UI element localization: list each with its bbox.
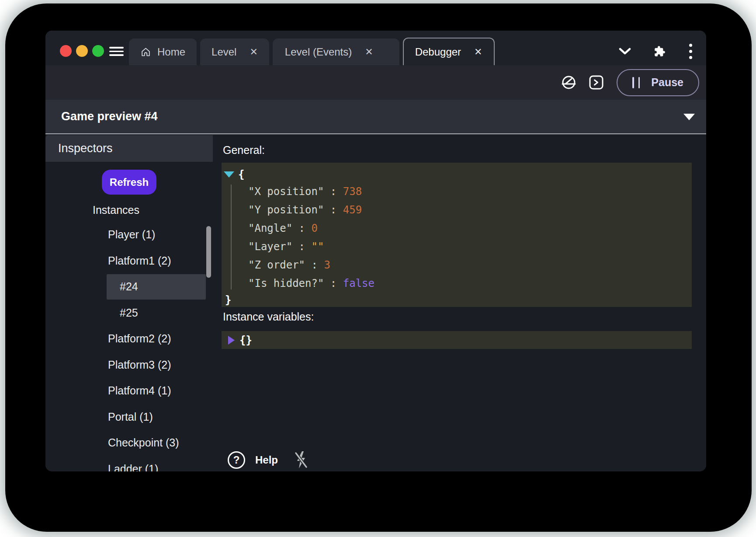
tab-label: Level bbox=[212, 46, 236, 58]
tab-label: Home bbox=[157, 46, 185, 58]
json-value: false bbox=[343, 277, 375, 289]
json-root-row: { bbox=[222, 163, 692, 182]
instance-variables-viewer: {} bbox=[222, 331, 692, 349]
tree-item-label: #24 bbox=[120, 280, 138, 293]
json-property-row[interactable]: "Y position" : 459 bbox=[248, 201, 692, 219]
tree-item-label: Platform3 (2) bbox=[108, 359, 171, 371]
tree-item-platform3-2[interactable]: Platform3 (2) bbox=[45, 352, 213, 378]
json-property-row[interactable]: "Is hidden?" : false bbox=[248, 274, 692, 293]
help-label: Help bbox=[255, 454, 278, 466]
tab-level-events[interactable]: Level (Events) ✕ bbox=[273, 38, 399, 65]
empty-object-value: {} bbox=[239, 334, 252, 346]
tree-item-portal-1[interactable]: Portal (1) bbox=[45, 404, 213, 430]
json-property-row[interactable]: "Angle" : 0 bbox=[248, 219, 692, 237]
tree-item-label: #25 bbox=[120, 307, 138, 319]
inspectors-sidebar: Inspectors Refresh Instances Player (1) … bbox=[45, 135, 213, 471]
tree-item-platform1-2[interactable]: Platform1 (2) bbox=[45, 248, 213, 274]
json-property-row[interactable]: "X position" : 738 bbox=[248, 182, 692, 201]
tab-bar: Home ✕ Level ✕ bbox=[129, 38, 495, 65]
tree-item-label: Platform1 (2) bbox=[108, 255, 171, 267]
tree-item-label: Platform4 (1) bbox=[108, 384, 171, 397]
json-key: "X position" bbox=[248, 185, 324, 198]
json-key: "Angle" bbox=[248, 222, 292, 234]
json-colon: : bbox=[305, 259, 324, 271]
inspectors-header: Inspectors bbox=[45, 135, 213, 162]
collapse-triangle-icon[interactable] bbox=[224, 171, 234, 178]
json-value: 459 bbox=[343, 204, 362, 216]
instances-root-label[interactable]: Instances bbox=[45, 204, 213, 216]
json-key: "Z order" bbox=[248, 259, 305, 271]
desktop-background: Home ✕ Level ✕ bbox=[0, 0, 756, 537]
tree-item-label: Platform2 (2) bbox=[108, 332, 171, 345]
tree-item-player-1[interactable]: Player (1) bbox=[45, 222, 213, 248]
maximize-window-button[interactable] bbox=[92, 45, 104, 57]
instance-variables-label: Instance variables: bbox=[223, 310, 314, 323]
json-key: "Y position" bbox=[248, 204, 324, 216]
json-key: "Is hidden?" bbox=[248, 277, 324, 289]
traffic-lights bbox=[60, 45, 104, 57]
console-icon[interactable] bbox=[589, 75, 603, 90]
json-key: "Layer" bbox=[248, 241, 292, 253]
tree-item-label: Checkpoint (3) bbox=[108, 436, 179, 449]
chevron-down-icon[interactable] bbox=[619, 48, 631, 55]
profiler-gauge-icon[interactable] bbox=[562, 75, 576, 90]
tree-item-checkpoint-3[interactable]: Checkpoint (3) bbox=[45, 430, 213, 456]
close-tab-icon[interactable]: ✕ bbox=[250, 46, 257, 58]
expand-triangle-icon[interactable] bbox=[228, 336, 235, 345]
debugger-content: Inspectors Refresh Instances Player (1) … bbox=[45, 135, 706, 471]
tree-item-ladder-1[interactable]: Ladder (1) bbox=[45, 456, 213, 472]
json-root-close-row: } bbox=[222, 293, 692, 307]
json-colon: : bbox=[324, 185, 343, 198]
pause-button[interactable]: Pause bbox=[617, 69, 699, 96]
close-tab-icon[interactable]: ✕ bbox=[365, 46, 373, 58]
inspector-detail-panel: General: { "X position" : 738 "Y positio… bbox=[213, 135, 706, 471]
dropdown-caret-icon bbox=[683, 114, 695, 120]
titlebar: Home ✕ Level ✕ bbox=[45, 31, 706, 65]
app-window: Home ✕ Level ✕ bbox=[45, 31, 706, 471]
json-colon: : bbox=[324, 204, 343, 216]
tree-item-platform4-1[interactable]: Platform4 (1) bbox=[45, 378, 213, 404]
close-window-button[interactable] bbox=[60, 45, 72, 57]
refresh-button[interactable]: Refresh bbox=[102, 170, 156, 195]
sidebar-scrollbar-thumb[interactable] bbox=[206, 226, 211, 278]
help-row: ? Help bbox=[228, 450, 310, 471]
tab-label: Level (Events) bbox=[285, 46, 352, 58]
game-preview-selector[interactable]: Game preview #4 bbox=[45, 100, 706, 134]
tree-item-24[interactable]: #24 bbox=[45, 274, 213, 300]
tree-item-25[interactable]: #25 bbox=[45, 300, 213, 326]
tab-level[interactable]: Level ✕ bbox=[200, 38, 269, 65]
json-property-row[interactable]: "Layer" : "" bbox=[248, 237, 692, 256]
json-value: "" bbox=[312, 241, 324, 253]
json-colon: : bbox=[292, 222, 311, 234]
tree-item-label: Player (1) bbox=[108, 228, 155, 241]
minimize-window-button[interactable] bbox=[76, 45, 88, 57]
json-value: 0 bbox=[312, 222, 318, 234]
debugger-toolbar: Pause bbox=[45, 65, 706, 100]
close-tab-icon[interactable]: ✕ bbox=[474, 46, 482, 58]
titlebar-actions bbox=[619, 43, 693, 60]
home-icon bbox=[140, 46, 151, 57]
pause-icon bbox=[632, 77, 640, 88]
main-menu-icon[interactable] bbox=[109, 47, 124, 56]
more-options-kebab-icon[interactable] bbox=[688, 43, 693, 60]
game-preview-title: Game preview #4 bbox=[61, 110, 158, 123]
json-colon: : bbox=[292, 241, 311, 253]
open-brace: { bbox=[238, 168, 244, 181]
tab-debugger[interactable]: Debugger ✕ bbox=[403, 38, 495, 65]
tree-item-platform2-2[interactable]: Platform2 (2) bbox=[45, 326, 213, 352]
json-colon: : bbox=[324, 277, 343, 289]
tree-guide-line bbox=[231, 185, 232, 289]
json-property-row[interactable]: "Z order" : 3 bbox=[248, 256, 692, 274]
extensions-puzzle-icon[interactable] bbox=[654, 45, 666, 57]
json-value: 738 bbox=[343, 185, 362, 198]
tree-item-label: Portal (1) bbox=[108, 411, 153, 423]
close-brace: } bbox=[225, 294, 231, 306]
general-section-label: General: bbox=[223, 144, 265, 157]
tab-label: Debugger bbox=[415, 46, 461, 58]
tab-home[interactable]: Home ✕ bbox=[129, 38, 197, 65]
help-button[interactable]: ? Help bbox=[228, 451, 278, 469]
flash-off-icon[interactable] bbox=[292, 450, 310, 471]
tree-item-label: Ladder (1) bbox=[108, 463, 158, 471]
help-question-icon: ? bbox=[228, 451, 245, 469]
json-value: 3 bbox=[324, 259, 330, 271]
